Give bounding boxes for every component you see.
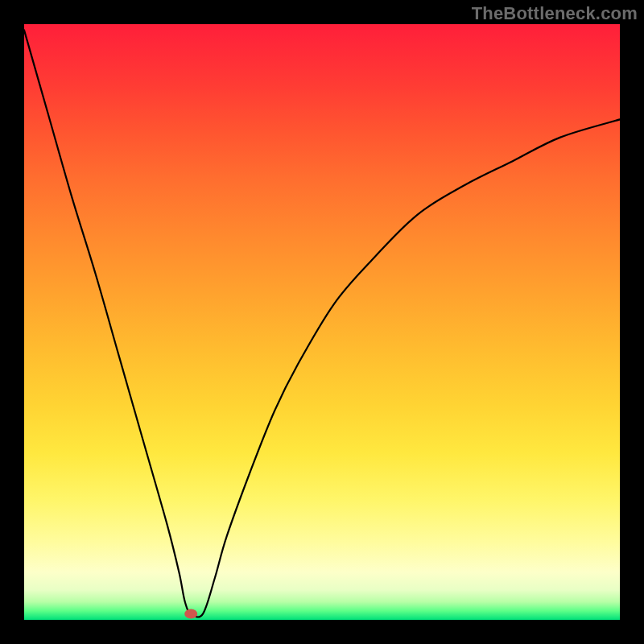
bottleneck-curve <box>24 24 620 620</box>
curve-path <box>24 30 620 617</box>
chart-frame: TheBottleneck.com <box>0 0 644 644</box>
optimum-marker <box>184 609 197 619</box>
watermark-text: TheBottleneck.com <box>472 3 638 24</box>
plot-area <box>24 24 620 620</box>
